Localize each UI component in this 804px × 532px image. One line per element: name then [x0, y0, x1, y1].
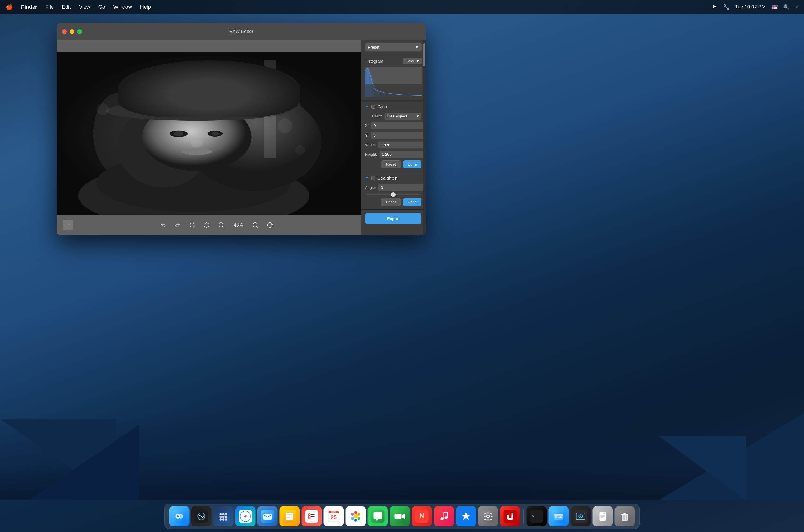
raw-editor-window: RAW Editor [57, 23, 425, 235]
undo-button[interactable] [159, 221, 168, 230]
dock-icon-appstore[interactable] [456, 506, 476, 527]
width-input[interactable] [378, 141, 425, 149]
y-input[interactable] [371, 132, 425, 139]
ratio-dropdown[interactable]: Free Aspect ▾ [384, 113, 421, 120]
svg-point-120 [487, 515, 489, 517]
dock-icon-trash[interactable] [615, 506, 635, 527]
scrollbar-thumb[interactable] [423, 43, 425, 66]
scrollbar-track[interactable] [423, 40, 425, 235]
export-button[interactable]: Export [365, 213, 421, 224]
dock-icon-music[interactable] [434, 506, 454, 527]
svg-point-101 [358, 517, 361, 520]
dock-icon-calendar[interactable]: DEC 25 [324, 506, 344, 527]
list-icon[interactable]: ≡ [795, 4, 798, 10]
dock-icon-launchpad[interactable] [213, 506, 234, 527]
height-row: Height: [365, 151, 421, 158]
svg-rect-107 [395, 514, 402, 519]
angle-input[interactable] [378, 184, 425, 191]
dock-icon-finder[interactable] [169, 506, 189, 527]
svg-point-64 [220, 516, 222, 518]
flag-icon: 🇺🇸 [771, 4, 778, 10]
dock-icon-photos[interactable] [346, 506, 366, 527]
dock-icon-settings[interactable] [478, 506, 498, 527]
zoom-in-button[interactable] [217, 221, 226, 230]
close-button[interactable] [62, 29, 67, 34]
dock-icon-siri[interactable] [191, 506, 212, 527]
menu-view[interactable]: View [79, 4, 90, 10]
dock-icon-mail[interactable] [257, 506, 278, 527]
svg-rect-151 [623, 513, 626, 514]
dock-icon-document[interactable] [593, 506, 613, 527]
dock-icon-reminders[interactable] [302, 506, 322, 527]
crop-section: ▼ Crop Ratio: Free Aspect ▾ X: [361, 101, 425, 172]
straighten-section-header: ▼ Straighten [365, 175, 421, 180]
minimize-button[interactable] [70, 29, 74, 34]
svg-text:25: 25 [331, 515, 336, 520]
photo-display [57, 52, 361, 215]
svg-point-8 [142, 103, 251, 171]
dock-icon-screenshot[interactable] [571, 506, 591, 527]
menu-window[interactable]: Window [113, 4, 132, 10]
angle-slider-track [366, 194, 420, 195]
straighten-buttons: Reset Done [365, 198, 421, 206]
dock-icon-terminal[interactable]: >_ [527, 506, 547, 527]
search-icon[interactable]: 🔍 [783, 4, 789, 10]
svg-point-142 [580, 516, 581, 517]
svg-line-25 [222, 226, 223, 227]
svg-rect-115 [447, 512, 448, 518]
flip-horizontal-button[interactable] [187, 221, 197, 230]
dock: DEC 25 N [164, 504, 640, 529]
straighten-collapse-arrow[interactable]: ▼ [365, 176, 369, 180]
x-input[interactable] [371, 122, 425, 129]
dock-icon-notes[interactable] [279, 506, 300, 527]
svg-point-9 [106, 101, 288, 121]
svg-point-100 [358, 513, 361, 516]
maximize-button[interactable] [77, 29, 82, 34]
dock-icon-facetime[interactable] [390, 506, 410, 527]
height-input[interactable] [379, 151, 425, 158]
y-row: Y: [365, 132, 421, 139]
menu-help[interactable]: Help [140, 4, 151, 10]
dock-icon-photosapp[interactable] [549, 506, 569, 527]
dock-icon-messages[interactable] [368, 506, 388, 527]
dock-icon-safari[interactable] [235, 506, 256, 527]
crop-collapse-arrow[interactable]: ▼ [365, 104, 369, 109]
crop-reset-button[interactable]: Reset [381, 160, 401, 168]
menu-go[interactable]: Go [98, 4, 105, 10]
svg-point-10 [130, 65, 264, 117]
crop-enabled-checkbox[interactable] [371, 105, 375, 109]
straighten-reset-button[interactable]: Reset [381, 198, 401, 206]
angle-row: Angle: [365, 184, 421, 191]
redo-button[interactable] [173, 221, 182, 230]
menu-file[interactable]: File [45, 4, 54, 10]
rotate-button[interactable] [265, 221, 275, 230]
zoom-out-button[interactable] [251, 221, 260, 230]
dock-icon-news[interactable]: N [412, 506, 432, 527]
straighten-enabled-checkbox[interactable] [371, 176, 375, 180]
menu-edit[interactable]: Edit [62, 4, 71, 10]
histogram-section: Histogram Color ▼ [361, 55, 425, 101]
menubar: 🍎 Finder File Edit View Go Window Help 🖥… [0, 0, 804, 14]
straighten-done-button[interactable]: Done [403, 198, 421, 206]
preset-dropdown[interactable]: Preset ▼ [365, 43, 422, 52]
svg-rect-122 [488, 519, 489, 521]
svg-text:DEC: DEC [331, 511, 336, 513]
window-title: RAW Editor [229, 29, 253, 34]
crop-done-button[interactable]: Done [403, 160, 421, 168]
svg-point-113 [445, 516, 447, 519]
apple-menu[interactable]: 🍎 [6, 3, 13, 11]
svg-rect-121 [488, 512, 489, 514]
dock-icon-magnet[interactable] [500, 506, 520, 527]
svg-line-116 [443, 512, 447, 513]
flip-vertical-button[interactable] [202, 221, 211, 230]
svg-rect-129 [504, 510, 517, 523]
svg-rect-78 [263, 514, 272, 519]
mountain4 [659, 436, 746, 500]
add-button[interactable]: + [63, 220, 73, 230]
angle-slider-thumb[interactable] [391, 192, 396, 197]
menu-finder[interactable]: Finder [21, 4, 37, 10]
histogram-mode-dropdown[interactable]: Color ▼ [403, 58, 422, 64]
height-label: Height: [365, 152, 377, 157]
svg-text:N: N [420, 512, 424, 519]
zoom-level: 43% [231, 223, 245, 228]
